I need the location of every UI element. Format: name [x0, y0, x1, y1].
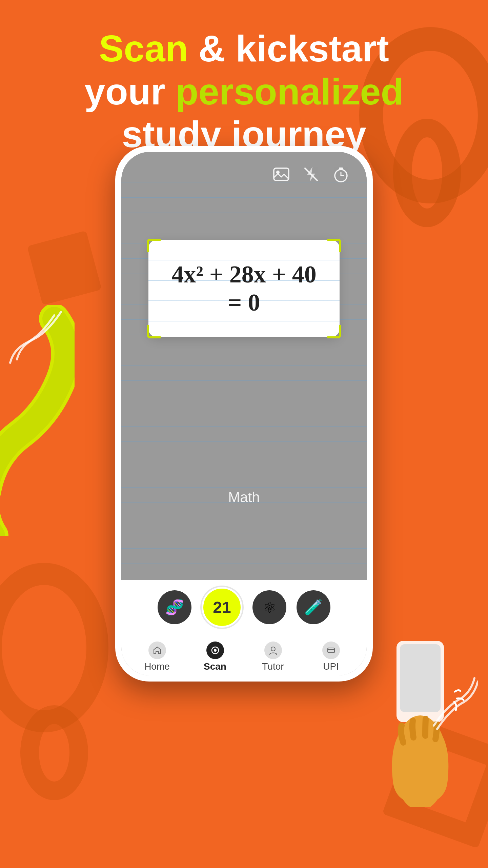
scan-text: Scan	[99, 27, 188, 69]
physics-icon: ⚛	[263, 599, 276, 616]
nav-home[interactable]: Home	[128, 642, 186, 672]
tutor-icon	[264, 642, 282, 659]
camera-view: 4x² + 28x + 40 = 0 Math	[121, 152, 367, 580]
yellow-swirl-left	[0, 305, 75, 536]
biology-button[interactable]: 🧬	[158, 590, 191, 624]
svg-point-15	[393, 715, 447, 807]
svg-rect-12	[396, 641, 444, 722]
personalized-text: personalized	[176, 71, 403, 112]
upi-label: UPI	[323, 661, 339, 672]
math-button[interactable]: 21	[202, 587, 242, 628]
phone-screen: 4x² + 28x + 40 = 0 Math 🧬 21 ⚛	[121, 152, 367, 675]
camera-top-icons	[272, 165, 350, 183]
lined-paper-background	[121, 152, 367, 580]
chemistry-button[interactable]: 🧪	[297, 590, 330, 624]
white-swirl-right	[427, 671, 478, 732]
subject-label: Math	[121, 489, 367, 506]
scan-equation-box: 4x² + 28x + 40 = 0	[148, 240, 340, 337]
phone-outer-shell: 4x² + 28x + 40 = 0 Math 🧬 21 ⚛	[115, 146, 373, 682]
physics-button[interactable]: ⚛	[252, 590, 286, 624]
scan-label: Scan	[204, 661, 226, 672]
gallery-icon[interactable]	[272, 165, 290, 183]
flash-off-icon[interactable]	[302, 165, 320, 183]
chemistry-icon: 🧪	[304, 598, 323, 616]
home-icon	[148, 642, 166, 659]
header-line-1: Scan & kickstart	[27, 27, 461, 70]
header-line-2: your personalized	[27, 70, 461, 113]
tutor-label: Tutor	[262, 661, 284, 672]
svg-rect-6	[339, 167, 343, 169]
subject-selector: 🧬 21 ⚛ 🧪	[121, 580, 367, 636]
white-swirl-left	[7, 305, 68, 373]
header-section: Scan & kickstart your personalized study…	[0, 27, 488, 156]
math-icon: 21	[213, 598, 231, 617]
home-label: Home	[144, 661, 170, 672]
phone-mockup: 4x² + 28x + 40 = 0 Math 🧬 21 ⚛	[115, 146, 373, 682]
svg-point-8	[214, 649, 217, 652]
your-text: your	[84, 71, 176, 112]
svg-rect-13	[400, 644, 441, 712]
math-equation: 4x² + 28x + 40 = 0	[162, 260, 326, 317]
kickstart-text: & kickstart	[188, 27, 389, 69]
biology-icon: 🧬	[165, 598, 184, 616]
svg-rect-0	[274, 168, 289, 180]
timer-icon[interactable]	[332, 165, 350, 183]
svg-point-14	[416, 720, 424, 728]
svg-point-9	[271, 647, 275, 651]
scan-icon	[206, 642, 224, 659]
upi-icon	[322, 642, 340, 659]
nav-scan[interactable]: Scan	[186, 642, 244, 672]
nav-tutor[interactable]: Tutor	[244, 642, 302, 672]
svg-rect-10	[328, 648, 334, 653]
bottom-nav: Home Scan	[121, 636, 367, 675]
hand-illustration	[376, 637, 471, 807]
nav-upi[interactable]: UPI	[302, 642, 360, 672]
